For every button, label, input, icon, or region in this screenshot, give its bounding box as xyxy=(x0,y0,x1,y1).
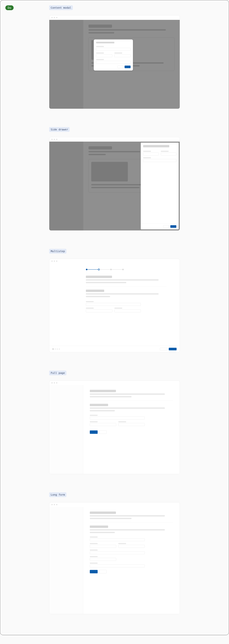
step-title xyxy=(86,276,112,278)
text-input[interactable] xyxy=(96,61,131,64)
page-title xyxy=(90,512,116,514)
traffic-light-dot xyxy=(54,139,55,140)
text-input[interactable] xyxy=(118,545,145,548)
progress-dots xyxy=(52,348,60,350)
multistep-footer xyxy=(49,346,180,352)
traffic-light-dot xyxy=(54,504,55,505)
field-label xyxy=(118,543,126,544)
browser-bar xyxy=(49,16,180,20)
back-button[interactable] xyxy=(160,348,168,350)
ghost-title xyxy=(89,24,112,28)
text-input[interactable] xyxy=(90,416,145,420)
viewport xyxy=(49,142,180,230)
text-input[interactable] xyxy=(96,54,112,57)
text-input[interactable] xyxy=(86,303,141,306)
field-label xyxy=(96,46,104,47)
section-heading xyxy=(90,526,108,528)
text-input[interactable] xyxy=(118,423,145,426)
text-input[interactable] xyxy=(90,423,116,426)
field-label xyxy=(114,52,122,54)
section-side-drawer: Side drawer xyxy=(49,127,180,230)
ghost-line xyxy=(90,518,131,519)
step-dot-upcoming[interactable] xyxy=(110,269,112,270)
traffic-light-dot xyxy=(51,504,53,505)
cancel-button[interactable] xyxy=(163,225,169,228)
drawer-body xyxy=(143,145,176,224)
footer-actions xyxy=(160,348,177,350)
text-input[interactable] xyxy=(96,48,131,51)
viewport xyxy=(49,385,180,474)
progress-dot xyxy=(55,348,56,350)
field-label xyxy=(86,301,94,302)
ghost-line xyxy=(86,296,110,297)
section-label: Multistep xyxy=(49,249,66,254)
field-label xyxy=(143,151,151,152)
traffic-light-dot xyxy=(51,260,53,262)
text-input[interactable] xyxy=(90,552,145,554)
browser-bar xyxy=(49,137,180,142)
stepper xyxy=(86,268,167,270)
text-input[interactable] xyxy=(90,558,116,561)
traffic-light-dot xyxy=(56,17,57,18)
text-input[interactable] xyxy=(114,310,141,312)
drawer-footer xyxy=(141,224,179,228)
browser-frame xyxy=(49,380,180,474)
content-modal xyxy=(94,40,133,70)
next-button[interactable] xyxy=(169,348,177,350)
ghost-line xyxy=(89,29,166,30)
text-input[interactable] xyxy=(86,310,112,312)
section-label: Side drawer xyxy=(49,127,70,132)
text-input[interactable] xyxy=(143,159,176,162)
cancel-button[interactable] xyxy=(99,570,107,573)
ghost-line xyxy=(86,293,159,294)
ghost-line xyxy=(90,532,115,533)
browser-bar xyxy=(49,381,180,385)
step-dot-complete[interactable] xyxy=(86,269,87,270)
traffic-light-dot xyxy=(56,139,57,140)
viewport xyxy=(49,263,180,352)
text-input[interactable] xyxy=(90,538,145,541)
ghost-line xyxy=(91,187,140,188)
step-dot-current[interactable] xyxy=(98,268,100,270)
viewport xyxy=(49,507,180,614)
text-input[interactable] xyxy=(161,152,176,156)
step-dot-upcoming[interactable] xyxy=(122,269,124,270)
submit-button[interactable] xyxy=(90,570,98,573)
text-input[interactable] xyxy=(114,54,131,57)
text-input[interactable] xyxy=(90,564,145,567)
text-input[interactable] xyxy=(90,545,116,548)
submit-button[interactable] xyxy=(125,66,131,68)
field-label xyxy=(86,308,94,309)
field-label xyxy=(96,59,104,60)
traffic-light-dot xyxy=(51,139,53,140)
viewport xyxy=(49,20,180,109)
section-label: Long form xyxy=(49,492,66,497)
ghost-line xyxy=(90,408,165,409)
page-container: Do Content modal xyxy=(0,0,229,635)
progress-dot xyxy=(52,348,54,350)
section-heading xyxy=(90,404,108,406)
cancel-button[interactable] xyxy=(118,66,124,68)
cancel-button[interactable] xyxy=(99,430,107,434)
browser-frame xyxy=(49,502,180,614)
text-input[interactable] xyxy=(143,152,159,156)
submit-button[interactable] xyxy=(170,225,176,228)
progress-dot xyxy=(57,348,58,350)
page-title xyxy=(90,390,116,392)
field-label xyxy=(143,157,151,158)
traffic-light-dot xyxy=(51,382,53,384)
field-label xyxy=(114,308,122,309)
browser-bar xyxy=(49,259,180,263)
form-actions xyxy=(90,570,173,573)
section-content-modal: Content modal xyxy=(49,5,180,109)
form-actions xyxy=(90,430,173,434)
traffic-light-dot xyxy=(54,260,55,262)
ghost-line xyxy=(86,282,126,283)
traffic-light-dot xyxy=(54,382,55,384)
field-label xyxy=(90,536,98,538)
ghost-image xyxy=(91,162,128,182)
submit-button[interactable] xyxy=(90,430,98,434)
traffic-light-dot xyxy=(56,382,57,384)
divider xyxy=(86,286,167,286)
ghost-sidebar xyxy=(49,20,83,109)
